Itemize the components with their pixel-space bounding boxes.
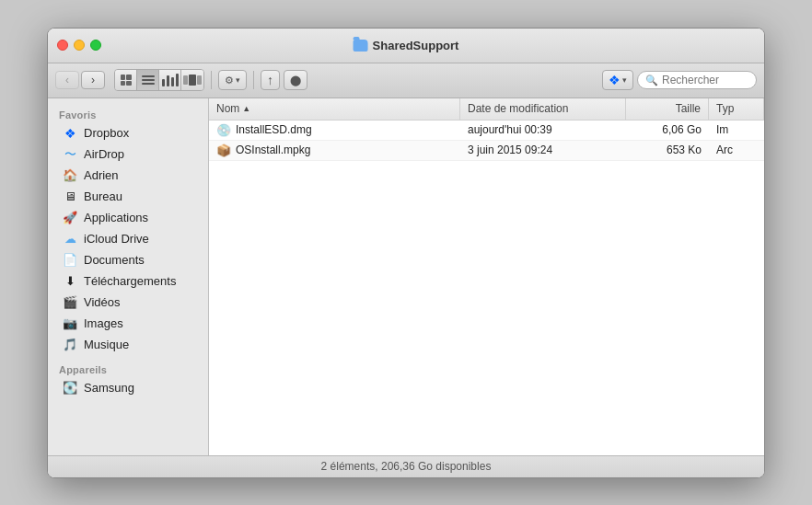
file-date-cell: 3 juin 2015 09:24 [460, 142, 626, 158]
search-box[interactable]: 🔍 [637, 71, 757, 89]
toolbar: ‹ › [48, 63, 764, 98]
icloud-icon: ☁ [63, 232, 77, 247]
folder-icon [354, 40, 368, 52]
search-icon: 🔍 [645, 75, 658, 86]
separator-2 [253, 71, 254, 89]
arrangement-icon: ⚙ [225, 75, 234, 86]
cover-icon [183, 75, 202, 86]
dropbox-button[interactable]: ❖ ▾ [602, 70, 633, 90]
file-type-cell: Arc [709, 142, 764, 158]
sidebar-item-telechargements[interactable]: ⬇ Téléchargements [52, 271, 204, 292]
forward-button[interactable]: › [81, 71, 105, 89]
sidebar-item-label: iCloud Drive [84, 232, 149, 246]
title-text: SharedSupport [373, 39, 459, 52]
view-toggle-group [114, 69, 204, 91]
sidebar-item-musique[interactable]: 🎵 Musique [52, 335, 204, 355]
titlebar: SharedSupport [48, 29, 764, 63]
sidebar-item-label: Images [84, 316, 123, 330]
samsung-icon: 💽 [63, 381, 77, 396]
traffic-lights [57, 40, 101, 51]
documents-icon: 📄 [63, 253, 77, 268]
applications-icon: 🚀 [63, 211, 77, 225]
view-icon-button[interactable] [115, 70, 137, 90]
sidebar-item-label: Documents [84, 253, 145, 267]
close-button[interactable] [57, 40, 68, 51]
table-row[interactable]: 📦 OSInstall.mpkg 3 juin 2015 09:24 653 K… [209, 141, 764, 161]
maximize-button[interactable] [90, 40, 101, 51]
table-row[interactable]: 💿 InstallESD.dmg aujourd'hui 00:39 6,06 … [209, 121, 764, 141]
file-type-cell: Im [709, 121, 764, 138]
sidebar-item-icloud[interactable]: ☁ iCloud Drive [52, 229, 204, 249]
header-name[interactable]: Nom ▲ [209, 98, 460, 120]
header-type[interactable]: Typ [709, 98, 764, 120]
window-title: SharedSupport [354, 39, 459, 52]
sidebar-item-label: Dropbox [84, 126, 129, 140]
file-size-cell: 6,06 Go [626, 121, 709, 138]
airdrop-icon: 〜 [63, 147, 77, 162]
sidebar-item-applications[interactable]: 🚀 Applications [52, 208, 204, 228]
file-icon: 💿 [216, 122, 231, 137]
nav-buttons: ‹ › [55, 71, 105, 89]
tag-button[interactable]: ⬤ [284, 70, 307, 90]
sidebar-item-samsung[interactable]: 💽 Samsung [52, 378, 204, 398]
videos-icon: 🎬 [63, 295, 77, 310]
sidebar-item-label: Adrien [84, 168, 119, 182]
back-button[interactable]: ‹ [55, 71, 79, 89]
share-icon: ↑ [267, 73, 273, 87]
home-icon: 🏠 [63, 168, 77, 183]
search-input[interactable] [662, 74, 748, 86]
file-icon: 📦 [216, 143, 231, 157]
sidebar-item-airdrop[interactable]: 〜 AirDrop [52, 144, 204, 165]
separator-1 [211, 71, 212, 89]
sidebar-item-label: Bureau [84, 189, 122, 203]
sidebar-item-videos[interactable]: 🎬 Vidéos [52, 293, 204, 313]
sidebar-item-documents[interactable]: 📄 Documents [52, 250, 204, 270]
sidebar-item-bureau[interactable]: 🖥 Bureau [52, 187, 204, 207]
statusbar-text: 2 éléments, 206,36 Go disponibles [321, 460, 492, 473]
dropbox-sidebar-icon: ❖ [63, 126, 77, 141]
sidebar-item-label: Musique [84, 338, 129, 351]
sidebar-item-images[interactable]: 📷 Images [52, 314, 204, 334]
sidebar-item-label: AirDrop [84, 147, 124, 161]
header-date[interactable]: Date de modification [460, 98, 626, 120]
dropbox-icon: ❖ [609, 73, 621, 87]
sidebar-item-dropbox[interactable]: ❖ Dropbox [52, 123, 204, 143]
header-size[interactable]: Taille [626, 98, 709, 120]
desktop-icon: 🖥 [63, 189, 77, 204]
view-cover-button[interactable] [181, 70, 203, 90]
favorites-label: Favoris [48, 106, 208, 122]
sidebar-item-label: Samsung [84, 381, 134, 395]
statusbar: 2 éléments, 206,36 Go disponibles [48, 455, 764, 477]
file-name-cell: 📦 OSInstall.mpkg [209, 141, 460, 159]
finder-window: SharedSupport ‹ › [47, 28, 765, 478]
back-icon: ‹ [65, 74, 69, 86]
music-icon: 🎵 [63, 338, 77, 352]
list-icon [142, 75, 155, 85]
view-columns-button[interactable] [159, 70, 181, 90]
arrangement-arrow: ▾ [236, 75, 240, 85]
file-size-cell: 653 Ko [626, 142, 709, 158]
sort-arrow: ▲ [242, 104, 250, 113]
share-button[interactable]: ↑ [261, 70, 280, 90]
sidebar: Favoris ❖ Dropbox 〜 AirDrop 🏠 Adrien 🖥 B… [48, 98, 209, 455]
arrangement-button[interactable]: ⚙ ▾ [218, 70, 247, 90]
minimize-button[interactable] [74, 40, 85, 51]
file-list: 💿 InstallESD.dmg aujourd'hui 00:39 6,06 … [209, 121, 764, 455]
main-content: Favoris ❖ Dropbox 〜 AirDrop 🏠 Adrien 🖥 B… [48, 98, 764, 455]
file-header: Nom ▲ Date de modification Taille Typ [209, 98, 764, 121]
forward-icon: › [91, 74, 95, 86]
downloads-icon: ⬇ [63, 274, 77, 289]
dropbox-arrow: ▾ [622, 75, 627, 85]
file-date-cell: aujourd'hui 00:39 [460, 121, 626, 138]
file-pane: Nom ▲ Date de modification Taille Typ 💿 [209, 98, 764, 455]
sidebar-item-label: Applications [84, 211, 148, 224]
tag-icon: ⬤ [290, 75, 301, 86]
sidebar-item-label: Téléchargements [84, 274, 176, 288]
sidebar-item-label: Vidéos [84, 295, 121, 309]
grid-icon [121, 75, 132, 86]
sidebar-item-adrien[interactable]: 🏠 Adrien [52, 166, 204, 186]
view-list-button[interactable] [137, 70, 159, 90]
devices-label: Appareils [48, 361, 208, 377]
images-icon: 📷 [63, 316, 77, 331]
file-name-cell: 💿 InstallESD.dmg [209, 121, 460, 139]
